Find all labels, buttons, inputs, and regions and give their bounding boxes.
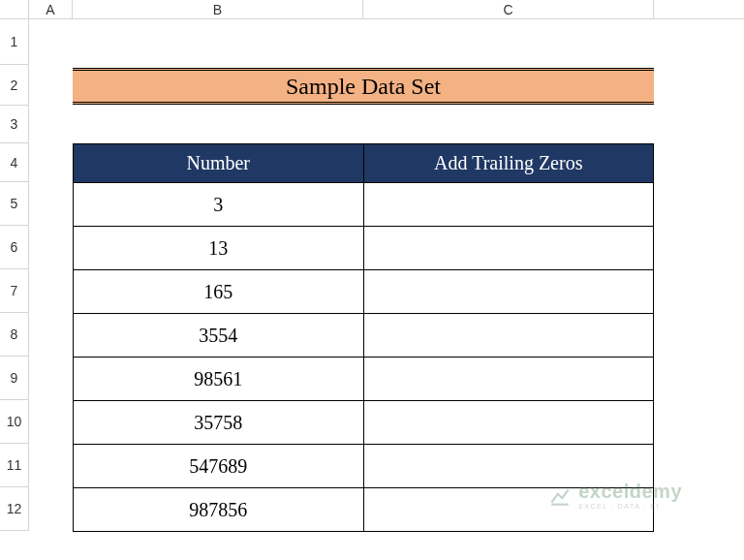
row-header-2[interactable]: 2 [0,65,29,106]
row-header-12[interactable]: 12 [0,487,29,531]
cell-number[interactable]: 13 [74,227,364,270]
watermark-text: exceldemy EXCEL · DATA · BI [578,482,682,510]
spreadsheet-view: A B C 1 2 3 4 5 6 7 8 9 10 11 12 Sample … [0,0,744,560]
header-cell-number[interactable]: Number [74,144,364,183]
cell-number[interactable]: 987856 [74,488,364,532]
row-header-10[interactable]: 10 [0,400,29,444]
cell-trailing[interactable] [363,358,654,401]
column-header-A[interactable]: A [29,0,73,18]
row-header-1[interactable]: 1 [0,19,29,65]
grid-body: 1 2 3 4 5 6 7 8 9 10 11 12 Sample Data S… [0,19,744,531]
cell-number[interactable]: 3 [74,183,364,227]
select-all-corner[interactable] [0,0,29,18]
cell-trailing[interactable] [363,401,654,445]
row-header-3[interactable]: 3 [0,106,29,143]
row-header-11[interactable]: 11 [0,444,29,487]
data-table: Number Add Trailing Zeros 3 13 165 [73,143,654,532]
row-header-8[interactable]: 8 [0,313,29,357]
title-merged-cell[interactable]: Sample Data Set [73,68,654,105]
table-row: 3 [74,183,654,227]
table-row: 13 [74,227,654,270]
row-header-column: 1 2 3 4 5 6 7 8 9 10 11 12 [0,19,29,531]
cell-number[interactable]: 35758 [74,401,364,445]
table-row: 35758 [74,401,654,445]
watermark-tagline: EXCEL · DATA · BI [578,503,682,510]
header-cell-trailing-zeros[interactable]: Add Trailing Zeros [363,144,654,183]
cell-trailing[interactable] [363,183,654,227]
cell-trailing[interactable] [363,270,654,314]
column-header-row: A B C [0,0,744,19]
column-header-B[interactable]: B [73,0,363,18]
row-header-6[interactable]: 6 [0,226,29,269]
cell-trailing[interactable] [363,227,654,270]
cell-number[interactable]: 165 [74,270,364,314]
cell-number[interactable]: 547689 [74,445,364,488]
watermark-brand: exceldemy [578,482,682,501]
row-header-4[interactable]: 4 [0,143,29,182]
row-header-9[interactable]: 9 [0,357,29,400]
table-header-row: Number Add Trailing Zeros [74,144,654,183]
cell-number[interactable]: 3554 [74,314,364,358]
column-header-C[interactable]: C [363,0,654,18]
cell-number[interactable]: 98561 [74,358,364,401]
cell-trailing[interactable] [363,314,654,358]
watermark-logo-icon [547,483,573,509]
row-header-7[interactable]: 7 [0,269,29,313]
watermark: exceldemy EXCEL · DATA · BI [547,482,682,510]
cell-grid[interactable]: Sample Data Set Number Add Trailing Zero… [29,19,744,531]
row-header-5[interactable]: 5 [0,182,29,226]
table-row: 3554 [74,314,654,358]
table-row: 165 [74,270,654,314]
table-row: 98561 [74,358,654,401]
